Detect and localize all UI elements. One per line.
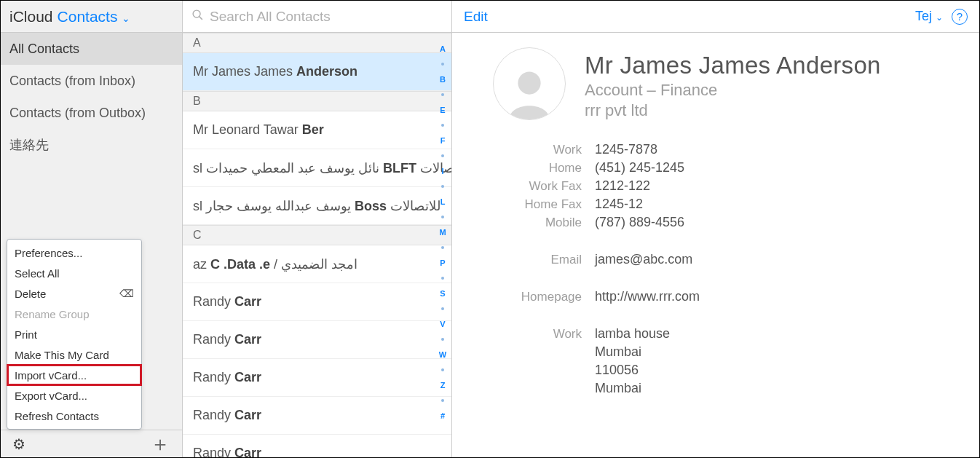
contact-row[interactable]: Randy Carr (183, 359, 451, 397)
search-icon (191, 9, 204, 25)
contact-row[interactable]: sl نائل يوسف عبد المعطي حميدات BLFT للات… (183, 149, 451, 187)
field-value: 1212-122 (595, 178, 650, 194)
sidebar-group-item[interactable]: 連絡先 (1, 129, 182, 161)
user-menu-label: Tej (915, 9, 932, 23)
alpha-dot (441, 368, 444, 371)
brand-label: iCloud (9, 8, 53, 25)
chevron-down-icon: ⌄ (119, 12, 130, 24)
field-row: 110056 (493, 363, 979, 378)
contact-row[interactable]: Mr Leonard Tawar Ber (183, 111, 451, 149)
field-value: http://www.rrr.com (595, 289, 700, 304)
section-header: B (183, 91, 451, 111)
field-row: Worklamba house (493, 326, 979, 341)
alpha-letter[interactable]: A (440, 44, 446, 53)
alpha-letter[interactable]: Z (440, 381, 446, 390)
profile-row: Mr James James Anderson Account – Financ… (493, 47, 979, 120)
menu-item[interactable]: Delete⌫ (7, 283, 141, 304)
field-value: james@abc.com (595, 252, 692, 267)
sidebar-header: iCloud Contacts ⌄ (1, 1, 182, 33)
alpha-dot (441, 338, 444, 341)
field-row: Work Fax1212-122 (493, 178, 979, 194)
contact-row[interactable]: Randy Carr (183, 397, 451, 435)
section-header: A (183, 33, 451, 53)
alpha-letter[interactable]: P (440, 258, 445, 267)
alpha-dot (441, 399, 444, 402)
field-label: Email (493, 253, 595, 267)
menu-item[interactable]: Select All (7, 263, 141, 283)
alpha-dot (441, 185, 444, 188)
backspace-icon: ⌫ (119, 288, 134, 299)
detail-pane: Edit Tej ⌄ ? Mr James James Anderson Acc… (452, 1, 979, 457)
svg-point-0 (193, 10, 200, 17)
field-label: Work (493, 143, 595, 157)
field-label: Home (493, 161, 595, 175)
field-label: Home Fax (493, 197, 595, 212)
sidebar: iCloud Contacts ⌄ All ContactsContacts (… (1, 1, 183, 457)
alpha-letter[interactable]: F (440, 136, 446, 145)
field-label: Work Fax (493, 179, 595, 194)
add-button[interactable]: ＋ (150, 434, 170, 454)
alpha-letter[interactable]: # (440, 411, 445, 420)
contact-subtitle1: Account – Finance (585, 81, 881, 100)
name-block: Mr James James Anderson Account – Financ… (585, 47, 881, 120)
chevron-down-icon: ⌄ (936, 12, 943, 23)
field-label: Mobile (493, 216, 595, 230)
field-row: Home Fax1245-12 (493, 197, 979, 212)
contact-row[interactable]: Randy Carr (183, 435, 451, 457)
detail-header: Edit Tej ⌄ ? (452, 1, 979, 33)
svg-point-2 (518, 71, 540, 94)
alpha-letter[interactable]: L (440, 197, 446, 206)
user-menu[interactable]: Tej ⌄ (915, 9, 943, 24)
alpha-dot (441, 154, 444, 157)
avatar (493, 47, 566, 120)
contact-row[interactable]: Mr James James Anderson (183, 53, 451, 91)
contact-row[interactable]: Randy Carr (183, 321, 451, 359)
contact-subtitle2: rrr pvt ltd (585, 101, 881, 120)
alpha-dot (441, 216, 444, 218)
sidebar-group-item[interactable]: Contacts (from Outbox) (1, 97, 182, 129)
field-row: Mobile(787) 889-4556 (493, 215, 979, 230)
gear-icon[interactable]: ⚙ (12, 435, 25, 453)
alpha-dot (441, 307, 444, 310)
edit-button[interactable]: Edit (464, 9, 488, 25)
alpha-dot (441, 246, 444, 249)
contact-row[interactable]: az C .Data .e / امجد الضميدي (183, 245, 451, 283)
menu-item[interactable]: Print (7, 324, 141, 344)
alpha-letter[interactable]: E (440, 106, 445, 114)
sidebar-group-item[interactable]: All Contacts (1, 33, 182, 65)
alpha-letter[interactable]: I (441, 167, 443, 175)
contact-list-body: AMr James James AndersonBMr Leonard Tawa… (183, 33, 451, 457)
alpha-letter[interactable]: V (440, 320, 445, 328)
alpha-letter[interactable]: W (439, 350, 446, 359)
contact-row[interactable]: sl يوسف عبدالله يوسف حجار Boss للاتصالات (183, 187, 451, 225)
menu-item[interactable]: Export vCard... (7, 385, 141, 406)
alpha-index[interactable]: ABEFILMPSVWZ# (437, 44, 448, 420)
help-icon[interactable]: ? (952, 9, 968, 25)
field-value: Mumbai (595, 381, 641, 396)
header-right: Tej ⌄ ? (915, 9, 968, 25)
alpha-dot (441, 277, 444, 280)
field-value: Mumbai (595, 344, 641, 360)
menu-item[interactable]: Preferences... (7, 242, 141, 263)
field-value: (787) 889-4556 (595, 215, 684, 230)
contact-row[interactable]: Randy Carr (183, 283, 451, 321)
alpha-dot (441, 124, 444, 127)
alpha-letter[interactable]: S (440, 289, 445, 298)
alpha-letter[interactable]: B (440, 75, 446, 84)
menu-item[interactable]: Make This My Card (7, 344, 141, 365)
field-label: Work (493, 327, 595, 341)
field-row: Mumbai (493, 381, 979, 396)
alpha-letter[interactable]: M (439, 228, 446, 237)
field-row: Emailjames@abc.com (493, 252, 979, 267)
alpha-dot (441, 93, 444, 96)
field-value: 1245-7878 (595, 142, 657, 157)
search-field[interactable]: Search All Contacts (183, 1, 451, 33)
field-row: Home(451) 245-1245 (493, 160, 979, 175)
gear-context-menu: Preferences...Select AllDelete⌫Rename Gr… (7, 239, 142, 430)
menu-item[interactable]: Import vCard... (7, 365, 141, 385)
sidebar-footer: ⚙ ＋ (1, 430, 182, 457)
sidebar-group-item[interactable]: Contacts (from Inbox) (1, 65, 182, 97)
menu-item[interactable]: Refresh Contacts (7, 406, 141, 426)
field-value: (451) 245-1245 (595, 160, 684, 175)
app-dropdown[interactable]: Contacts ⌄ (58, 8, 131, 25)
